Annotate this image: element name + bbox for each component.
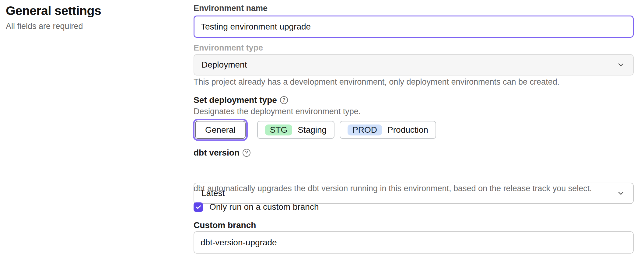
environment-type-select: Deployment	[194, 54, 634, 75]
dbt-version-label: dbt version ?	[194, 148, 634, 158]
staging-badge: STG	[265, 124, 292, 135]
help-icon[interactable]: ?	[280, 96, 288, 104]
custom-branch-label: Custom branch	[194, 220, 634, 230]
chevron-down-icon	[617, 61, 625, 69]
environment-type-value: Deployment	[201, 60, 247, 70]
help-icon[interactable]: ?	[243, 149, 250, 157]
deployment-type-label: Set deployment type ?	[194, 95, 634, 105]
deployment-type-general-button[interactable]: General	[195, 121, 246, 139]
dbt-version-helper: dbt automatically upgrades the dbt versi…	[194, 184, 634, 193]
settings-header: General settings All fields are required	[6, 4, 101, 31]
custom-branch-checkbox[interactable]	[194, 202, 203, 212]
deployment-type-description: Designates the deployment environment ty…	[194, 107, 634, 116]
page-title: General settings	[6, 4, 101, 18]
deployment-type-production-button[interactable]: PROD Production	[340, 121, 436, 139]
environment-name-input[interactable]	[194, 16, 634, 38]
checkmark-icon	[195, 204, 202, 210]
environment-type-label: Environment type	[194, 43, 634, 53]
custom-branch-toggle-label[interactable]: Only run on a custom branch	[209, 202, 319, 212]
deployment-type-options: General STG Staging PROD Production	[194, 118, 634, 142]
page-subtitle: All fields are required	[6, 22, 101, 31]
environment-name-label: Environment name	[194, 4, 634, 13]
environment-settings-form: Environment name Environment type Deploy…	[194, 0, 634, 263]
environment-type-helper: This project already has a development e…	[194, 77, 634, 87]
production-badge: PROD	[348, 124, 382, 135]
custom-branch-input[interactable]	[194, 231, 634, 254]
custom-branch-toggle-row: Only run on a custom branch	[194, 202, 634, 212]
deployment-type-staging-button[interactable]: STG Staging	[257, 121, 335, 139]
